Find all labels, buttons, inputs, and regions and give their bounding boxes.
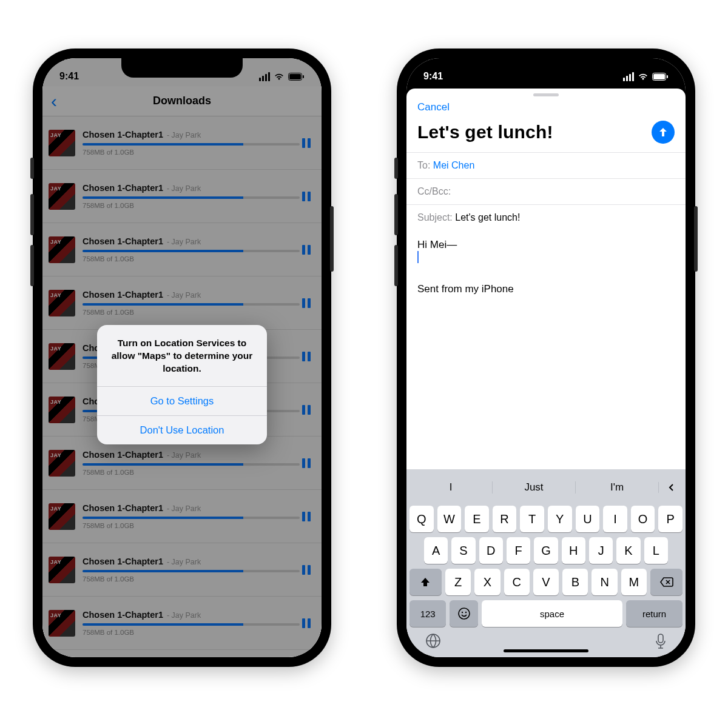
compose-title: Let's get lunch! — [417, 122, 553, 142]
suggestion[interactable]: Just — [492, 481, 575, 494]
subject-field[interactable]: Subject: Let's get lunch! — [406, 204, 686, 230]
numbers-key[interactable]: 123 — [410, 600, 446, 627]
suggestion-chevron-icon[interactable] — [658, 482, 682, 493]
phone-left: 9:41 ‹ Downloads Chosen 1-Chapter1- Jay … — [33, 49, 331, 667]
key-t[interactable]: T — [520, 506, 544, 532]
key-h[interactable]: H — [562, 537, 585, 564]
svg-point-6 — [459, 608, 470, 619]
subject-value: Let's get lunch! — [455, 212, 520, 223]
send-button[interactable] — [652, 121, 675, 144]
key-u[interactable]: U — [576, 506, 600, 532]
key-e[interactable]: E — [465, 506, 489, 532]
svg-point-7 — [461, 612, 462, 613]
cancel-button[interactable]: Cancel — [417, 101, 450, 113]
key-n[interactable]: N — [592, 569, 617, 595]
key-x[interactable]: X — [474, 569, 500, 595]
wifi-icon — [274, 72, 285, 81]
battery-icon — [652, 73, 669, 81]
key-r[interactable]: R — [493, 506, 517, 532]
key-c[interactable]: C — [504, 569, 530, 595]
key-w[interactable]: W — [437, 506, 462, 532]
signal-icon — [623, 72, 634, 81]
compose-sheet: Cancel Let's get lunch! To: Mei Chen Cc/… — [406, 89, 686, 657]
key-f[interactable]: F — [507, 537, 530, 564]
svg-point-8 — [465, 612, 466, 613]
key-j[interactable]: J — [589, 537, 613, 564]
body-signature: Sent from my iPhone — [417, 283, 675, 295]
text-cursor — [417, 251, 419, 263]
backspace-key[interactable] — [650, 569, 682, 595]
suggestion[interactable]: I'm — [575, 481, 658, 494]
key-p[interactable]: P — [658, 506, 682, 532]
svg-rect-5 — [667, 75, 668, 78]
key-b[interactable]: B — [562, 569, 588, 595]
phone-right: 9:41 Cancel Let's get lunch! — [397, 49, 695, 667]
home-indicator[interactable] — [504, 649, 588, 652]
svg-rect-2 — [303, 75, 304, 78]
to-field[interactable]: To: Mei Chen — [406, 152, 686, 178]
suggestion-bar: I Just I'm — [410, 474, 682, 501]
body-greeting: Hi Mei— — [417, 239, 675, 251]
alert-primary-button[interactable]: Go to Settings — [97, 386, 267, 415]
svg-rect-4 — [653, 74, 665, 79]
globe-icon[interactable] — [425, 633, 441, 652]
key-z[interactable]: Z — [445, 569, 471, 595]
key-i[interactable]: I — [603, 506, 627, 532]
wifi-icon — [638, 72, 649, 81]
key-o[interactable]: O — [631, 506, 655, 532]
sheet-grabber[interactable] — [533, 93, 559, 96]
key-a[interactable]: A — [424, 537, 448, 564]
svg-rect-1 — [289, 74, 301, 79]
ccbcc-field[interactable]: Cc/Bcc: — [406, 178, 686, 204]
key-v[interactable]: V — [533, 569, 559, 595]
key-g[interactable]: G — [534, 537, 558, 564]
key-k[interactable]: K — [616, 537, 640, 564]
status-time: 9:41 — [423, 71, 443, 82]
space-key[interactable]: space — [482, 600, 622, 627]
emoji-key[interactable] — [450, 600, 477, 627]
signal-icon — [259, 72, 270, 81]
key-m[interactable]: M — [621, 569, 647, 595]
svg-rect-10 — [658, 634, 663, 643]
key-l[interactable]: L — [644, 537, 668, 564]
status-time: 9:41 — [59, 71, 79, 82]
keyboard: I Just I'm QWERTYUIOP ASDFGHJKL ZXCVBNM — [406, 469, 686, 657]
body-field[interactable]: Hi Mei— Sent from my iPhone — [406, 230, 686, 298]
battery-icon — [288, 73, 305, 81]
key-q[interactable]: Q — [410, 506, 434, 532]
suggestion[interactable]: I — [410, 481, 492, 494]
key-d[interactable]: D — [479, 537, 503, 564]
mic-icon[interactable] — [655, 633, 667, 652]
to-value: Mei Chen — [433, 160, 474, 170]
key-s[interactable]: S — [451, 537, 475, 564]
alert-message: Turn on Location Services to allow "Maps… — [97, 325, 267, 386]
shift-key[interactable] — [410, 569, 442, 595]
alert-secondary-button[interactable]: Don't Use Location — [97, 415, 267, 444]
alert-dialog: Turn on Location Services to allow "Maps… — [97, 325, 267, 444]
key-y[interactable]: Y — [548, 506, 572, 532]
return-key[interactable]: return — [626, 600, 682, 627]
